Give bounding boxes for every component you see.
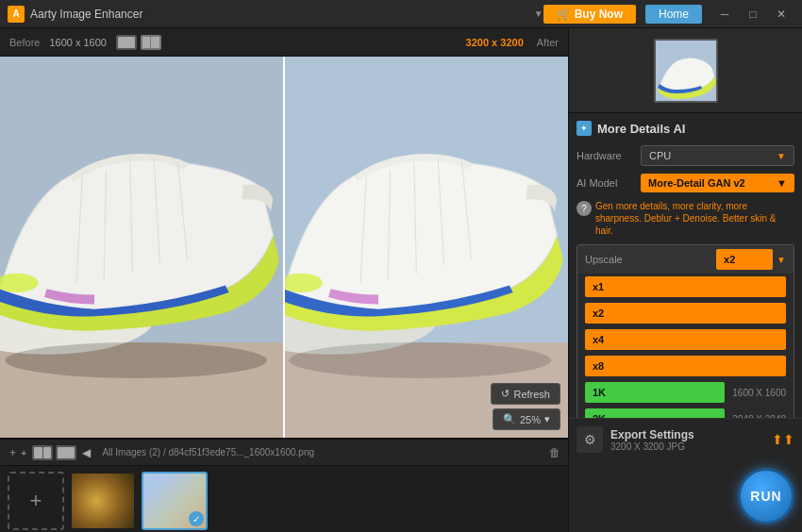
hint-text: Gen more details, more clarity, more sha… xyxy=(595,200,794,237)
before-image xyxy=(0,57,284,438)
thumbnail-1-image xyxy=(72,474,134,528)
section-title: More Details AI xyxy=(597,122,685,136)
export-section: ⚙ Export Settings 3200 X 3200 JPG ⬆⬆ xyxy=(569,418,802,460)
refresh-icon: ↺ xyxy=(501,388,510,400)
upscale-option-x4[interactable]: x4 xyxy=(577,326,794,353)
upscale-option-x1[interactable]: x1 xyxy=(577,274,794,300)
home-button[interactable]: Home xyxy=(645,5,702,24)
filmstrip-items: + ✓ xyxy=(0,466,568,532)
after-image xyxy=(284,57,568,438)
settings-area: ✦ More Details AI Hardware CPU ▼ AI Mode… xyxy=(569,113,802,418)
zoom-icon: 🔍 xyxy=(503,413,516,425)
export-title: Export Settings xyxy=(610,428,764,441)
hardware-dropdown-arrow: ▼ xyxy=(777,151,786,161)
split-divider xyxy=(283,57,285,438)
add-icon: ＋ xyxy=(8,445,18,459)
run-button[interactable]: RUN xyxy=(738,468,794,524)
hint-icon: ? xyxy=(576,201,592,216)
upscale-option-2k[interactable]: 2K2048 X 2048 xyxy=(577,406,794,418)
zoom-button[interactable]: 🔍 25% ▾ xyxy=(493,408,560,430)
zoom-dropdown-icon: ▾ xyxy=(544,413,550,425)
upscale-dropdown-arrow: ▼ xyxy=(777,255,786,265)
upscale-selected-value: x2 xyxy=(716,249,773,270)
thumbnail-2-check: ✓ xyxy=(189,511,204,526)
close-button[interactable]: ✕ xyxy=(768,4,794,25)
after-svg xyxy=(284,57,568,438)
preview-svg xyxy=(656,41,716,101)
before-size: 1600 x 1600 xyxy=(49,37,107,48)
refresh-button[interactable]: ↺ Refresh xyxy=(491,383,560,405)
preview-thumbnail-area xyxy=(569,28,802,113)
buy-now-button[interactable]: 🛒 Buy Now xyxy=(543,5,636,24)
export-info: Export Settings 3200 X 3200 JPG xyxy=(610,428,764,452)
cart-icon: 🛒 xyxy=(557,8,571,21)
title-arrow: ▼ xyxy=(534,8,543,19)
export-details: 3200 X 3200 JPG xyxy=(610,441,764,452)
filmstrip-toolbar: ＋ + ◀ All Images (2) / d84cf51f3ede75...… xyxy=(0,440,568,466)
hint-row: ? Gen more details, more clarity, more s… xyxy=(576,200,794,237)
plus-icon: + xyxy=(30,489,42,513)
view-mode-buttons xyxy=(32,445,76,460)
upscale-option-1k[interactable]: 1K1600 X 1600 xyxy=(577,379,794,406)
title-bar: A Aarty Image Enhancer ▼ 🛒 Buy Now Home … xyxy=(0,0,802,28)
add-thumbnail-button[interactable]: + xyxy=(8,472,64,530)
upscale-dropdown: Upscale x2 ▼ x1 x2 x4 x8 1K1600 X 1600 2… xyxy=(576,244,794,418)
before-svg xyxy=(0,57,284,438)
ai-model-button[interactable]: More-Detail GAN v2 ▼ xyxy=(641,174,794,192)
ai-model-arrow: ▼ xyxy=(777,177,787,189)
upscale-label: Upscale xyxy=(585,254,623,265)
thumbnail-1[interactable] xyxy=(70,472,136,530)
image-panel: Before 1600 x 1600 3200 x 3200 After xyxy=(0,28,568,532)
after-label: After xyxy=(537,37,559,48)
upscale-option-x8[interactable]: x8 xyxy=(577,353,794,379)
section-icon: ✦ xyxy=(576,121,592,136)
svg-point-9 xyxy=(5,342,267,378)
before-label: Before xyxy=(9,37,40,48)
upscale-header[interactable]: Upscale x2 ▼ xyxy=(577,245,794,274)
delete-button[interactable]: 🗑 xyxy=(549,446,560,459)
image-toolbar: Before 1600 x 1600 3200 x 3200 After xyxy=(0,28,568,57)
maximize-button[interactable]: □ xyxy=(740,4,766,25)
minimize-button[interactable]: ─ xyxy=(711,4,738,25)
app-title: Aarty Image Enhancer xyxy=(30,8,530,21)
svg-point-19 xyxy=(289,342,551,378)
ai-model-label: AI Model xyxy=(576,177,635,189)
file-path: All Images (2) / d84cf51f3ede75..._1600x… xyxy=(102,447,538,457)
app-logo: A xyxy=(8,6,25,23)
single-view-icon[interactable] xyxy=(116,35,137,50)
thumbnail-2[interactable]: ✓ xyxy=(142,472,208,530)
preview-thumbnail xyxy=(654,39,718,103)
hardware-row: Hardware CPU ▼ xyxy=(576,145,794,166)
export-expand-button[interactable]: ⬆⬆ xyxy=(772,432,794,447)
hardware-select[interactable]: CPU ▼ xyxy=(641,145,794,166)
right-panel: ✦ More Details AI Hardware CPU ▼ AI Mode… xyxy=(568,28,802,532)
run-area: RUN xyxy=(569,460,802,532)
grid-view-button[interactable] xyxy=(32,445,53,460)
upscale-option-x2[interactable]: x2 xyxy=(577,300,794,326)
back-arrow[interactable]: ◀ xyxy=(82,446,91,459)
split-view-icon[interactable] xyxy=(141,35,161,50)
section-title-row: ✦ More Details AI xyxy=(576,121,794,136)
filmstrip: ＋ + ◀ All Images (2) / d84cf51f3ede75...… xyxy=(0,438,568,532)
export-icon: ⚙ xyxy=(576,426,603,453)
canvas-controls: ↺ Refresh 🔍 25% ▾ xyxy=(491,383,560,430)
hardware-label: Hardware xyxy=(576,150,635,161)
output-size: 3200 x 3200 xyxy=(466,37,524,48)
image-canvas: ↺ Refresh 🔍 25% ▾ xyxy=(0,57,568,438)
main-container: Before 1600 x 1600 3200 x 3200 After xyxy=(0,28,802,532)
view-toggle xyxy=(116,35,161,50)
ai-model-row: AI Model More-Detail GAN v2 ▼ xyxy=(576,174,794,192)
list-view-button[interactable] xyxy=(56,445,76,460)
add-image-button[interactable]: ＋ + xyxy=(8,445,26,459)
window-controls: ─ □ ✕ xyxy=(711,4,794,25)
